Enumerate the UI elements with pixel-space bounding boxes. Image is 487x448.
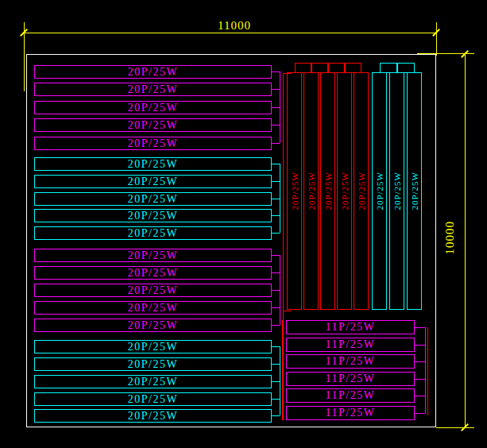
horizontal-unit-bar: 20P/25W	[34, 284, 272, 297]
horizontal-unit-bar-label: 20P/25W	[128, 393, 178, 406]
vertical-bar-top-cap	[345, 63, 361, 73]
vertical-bar-top-cap	[295, 63, 311, 73]
red-trunk-line	[283, 73, 284, 420]
horizontal-unit-bar: 20P/25W	[34, 101, 272, 114]
horizontal-unit-bar: 20P/25W	[34, 118, 272, 132]
horizontal-unit-bar-label: 20P/25W	[128, 102, 178, 114]
horizontal-unit-bar-label: 20P/25W	[128, 137, 178, 150]
cad-drawing-canvas: 11000 10000 20P/25W20P/25W20P/25W20P/25W…	[0, 0, 487, 448]
bottom-unit-bar: 11P/25W	[286, 338, 415, 352]
unit-bar-stub	[272, 307, 280, 308]
horizontal-unit-bar-label: 20P/25W	[128, 302, 178, 315]
horizontal-unit-bar: 20P/25W	[34, 301, 272, 315]
unit-bar-stub	[272, 364, 280, 365]
unit-bar-stub	[272, 290, 280, 291]
horizontal-unit-bar-label: 20P/25W	[128, 227, 178, 240]
vertical-unit-bar-label: 20P/25W	[357, 172, 366, 210]
bottom-bar-stub	[415, 327, 425, 328]
group-manifold-line	[280, 164, 280, 233]
unit-bar-stub	[272, 399, 280, 400]
bottom-unit-bar-label: 11P/25W	[326, 389, 376, 402]
vertical-bar-top-cap	[380, 63, 397, 73]
vertical-unit-bar-label: 20P/25W	[392, 172, 402, 210]
bottom-unit-bar-label: 11P/25W	[326, 407, 376, 419]
horizontal-unit-bar: 20P/25W	[34, 319, 272, 332]
horizontal-unit-bar-label: 20P/25W	[128, 83, 178, 96]
bottom-unit-bar: 11P/25W	[286, 388, 415, 403]
unit-bar-stub	[272, 272, 280, 273]
group-manifold-line	[280, 255, 280, 325]
vertical-unit-bar: 20P/25W	[372, 72, 387, 310]
unit-bar-stub	[272, 181, 280, 182]
unit-bar-stub	[272, 415, 280, 416]
unit-bar-stub	[272, 164, 280, 164]
vertical-unit-bar-label: 20P/25W	[375, 172, 385, 210]
vertical-unit-bar: 20P/25W	[337, 72, 352, 310]
bottom-unit-bar-label: 11P/25W	[326, 355, 376, 368]
dim-top-label: 11000	[199, 19, 270, 33]
bottom-unit-bar-label: 11P/25W	[326, 338, 376, 351]
unit-bar-stub	[272, 199, 280, 199]
horizontal-unit-bar: 20P/25W	[34, 209, 272, 222]
bottom-unit-bar: 11P/25W	[286, 372, 415, 386]
horizontal-unit-bar-label: 20P/25W	[128, 176, 178, 188]
vertical-unit-bar-label: 20P/25W	[340, 172, 350, 210]
horizontal-unit-bar: 20P/25W	[34, 266, 272, 280]
horizontal-unit-bar: 20P/25W	[34, 249, 272, 262]
vertical-bar-top-cap	[397, 63, 415, 73]
horizontal-unit-bar-label: 20P/25W	[128, 358, 178, 371]
vertical-unit-bar: 20P/25W	[407, 72, 422, 310]
red-trunk-bend-bottom	[283, 311, 292, 311]
horizontal-unit-bar-label: 20P/25W	[128, 210, 178, 222]
bottom-red-manifold-line	[427, 327, 428, 415]
unit-bar-stub	[272, 215, 280, 216]
horizontal-unit-bar-label: 20P/25W	[128, 319, 178, 332]
horizontal-unit-bar: 20P/25W	[34, 137, 272, 150]
horizontal-unit-bar: 20P/25W	[34, 157, 272, 171]
vertical-unit-bar-label: 20P/25W	[323, 172, 333, 210]
vertical-bar-top-cap	[311, 63, 328, 73]
horizontal-unit-bar-label: 20P/25W	[128, 193, 178, 206]
unit-bar-stub	[272, 89, 280, 90]
group-manifold-line	[280, 71, 280, 143]
unit-bar-stub	[272, 381, 280, 382]
bottom-bar-stub	[415, 396, 425, 396]
horizontal-unit-bar: 20P/25W	[34, 83, 272, 96]
horizontal-unit-bar: 20P/25W	[34, 357, 272, 371]
horizontal-unit-bar-label: 20P/25W	[128, 410, 178, 423]
dim-right-line	[465, 54, 466, 427]
vertical-unit-bar: 20P/25W	[354, 72, 369, 310]
horizontal-unit-bar-label: 20P/25W	[128, 341, 178, 353]
bottom-bar-stub	[415, 361, 425, 362]
bottom-unit-bar-label: 11P/25W	[326, 321, 376, 334]
bottom-unit-bar: 11P/25W	[286, 406, 415, 420]
bottom-left-red-line	[282, 320, 283, 420]
bottom-bar-stub	[415, 413, 425, 414]
vertical-unit-bar: 20P/25W	[303, 72, 319, 310]
horizontal-unit-bar-label: 20P/25W	[128, 284, 178, 297]
horizontal-unit-bar: 20P/25W	[34, 375, 272, 388]
horizontal-unit-bar: 20P/25W	[34, 340, 272, 353]
unit-bar-stub	[272, 255, 280, 256]
vertical-unit-bar: 20P/25W	[320, 72, 335, 310]
vertical-unit-bar-label: 20P/25W	[307, 172, 316, 210]
vertical-unit-bar: 20P/25W	[287, 72, 302, 310]
bottom-unit-bar: 11P/25W	[286, 354, 415, 369]
vertical-unit-bar-label: 20P/25W	[410, 172, 419, 210]
horizontal-unit-bar: 20P/25W	[34, 192, 272, 206]
horizontal-unit-bar: 20P/25W	[34, 392, 272, 406]
bottom-unit-bar-label: 11P/25W	[326, 373, 376, 385]
horizontal-unit-bar-label: 20P/25W	[128, 158, 178, 171]
group-manifold-line	[280, 346, 280, 415]
horizontal-unit-bar: 20P/25W	[34, 65, 272, 79]
horizontal-unit-bar-label: 20P/25W	[128, 249, 178, 262]
horizontal-unit-bar-label: 20P/25W	[128, 66, 178, 79]
horizontal-unit-bar: 20P/25W	[34, 226, 272, 240]
bottom-unit-bar: 11P/25W	[286, 320, 415, 334]
horizontal-unit-bar-label: 20P/25W	[128, 267, 178, 280]
dim-right-label: 10000	[443, 209, 456, 266]
vertical-unit-bar-label: 20P/25W	[290, 172, 300, 210]
unit-bar-stub	[272, 71, 280, 72]
bottom-bar-stub	[415, 379, 425, 380]
vertical-bar-top-cap	[328, 63, 345, 73]
